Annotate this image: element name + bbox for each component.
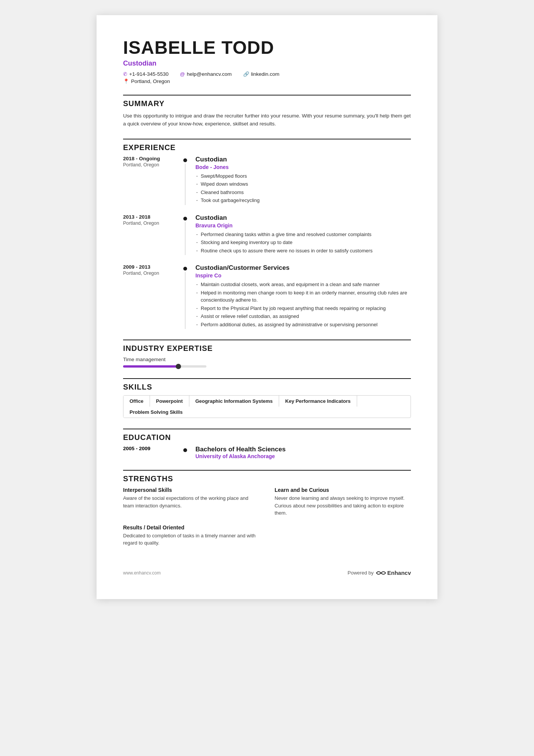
job-2-left: 2013 - 2018 Portland, Oregon [123,214,182,255]
bullet-item: Report to the Physical Plant by job requ… [195,305,411,312]
strength-3-text: Dedicated to completion of tasks in a ti… [123,532,259,547]
job-1-location: Portland, Oregon [123,162,182,167]
powered-by-text: Powered by [348,570,374,576]
bullet-item: Took out garbage/recycling [195,197,411,204]
enhancv-logo-icon [376,570,386,576]
edu-entry-1: 2005 - 2009 Bachelors of Health Sciences… [123,446,411,459]
enhancv-logo: Enhancv [376,570,411,576]
bullet-item: Cleaned bathrooms [195,189,411,196]
edu-1-left: 2005 - 2009 [123,446,182,459]
job-2-right: Custodian Bravura Origin Performed clean… [189,214,411,255]
bullet-item: Routine check ups to assure there were n… [195,247,411,255]
job-1-timeline [182,156,189,205]
brand-name: Enhancv [387,570,411,576]
education-divider [123,429,411,429]
job-3-dot [183,267,187,271]
job-2-location: Portland, Oregon [123,221,182,226]
expertise-slider-fill [123,365,177,368]
location-value: Portland, Oregon [131,78,170,84]
job-2-dot [183,217,187,221]
candidate-name: ISABELLE TODD [123,38,411,58]
strengths-grid: Interpersonal Skills Aware of the social… [123,487,411,547]
linkedin-icon: 🔗 [243,71,249,77]
job-2-timeline [182,214,189,255]
job-1-company: Bode - Jones [195,164,411,170]
job-3-date: 2009 - 2013 [123,264,182,270]
phone-contact: ✆ +1-914-345-5530 [123,71,169,77]
email-value: help@enhancv.com [187,71,232,77]
edu-1-date: 2005 - 2009 [123,446,182,451]
job-1-dot [183,158,187,162]
job-1-date: 2018 - Ongoing [123,156,182,161]
job-1-line [185,164,186,205]
skill-tag-gis: Geographic Information Systems [189,396,279,407]
edu-1-dot [183,448,187,452]
expertise-divider [123,340,411,340]
skills-title: SKILLS [123,383,411,391]
linkedin-value: linkedin.com [251,71,279,77]
phone-icon: ✆ [123,71,127,77]
strength-2-title: Learn and be Curious [275,487,411,493]
candidate-title: Custodian [123,59,411,67]
skills-divider [123,378,411,379]
job-3-timeline [182,264,189,329]
edu-1-right: Bachelors of Health Sciences University … [189,446,411,459]
bullet-item: Wiped down windows [195,180,411,188]
experience-title: EXPERIENCE [123,143,411,152]
bullet-item: Helped in monitoring men change room to … [195,289,411,304]
job-1-right: Custodian Bode - Jones Swept/Mopped floo… [189,156,411,205]
job-1-left: 2018 - Ongoing Portland, Oregon [123,156,182,205]
bullet-item: Assist or relieve relief custodian, as a… [195,313,411,320]
location-contact: 📍 Portland, Oregon [123,78,170,84]
bullet-item: Maintain custodial closets, work areas, … [195,281,411,288]
job-1-title: Custodian [195,156,411,163]
expertise-skill-label: Time management [123,357,411,362]
job-3-left: 2009 - 2013 Portland, Oregon [123,264,182,329]
location-row: 📍 Portland, Oregon [123,78,411,84]
header-section: ISABELLE TODD Custodian ✆ +1-914-345-553… [123,38,411,84]
job-entry-1: 2018 - Ongoing Portland, Oregon Custodia… [123,156,411,205]
email-icon: @ [180,71,185,77]
job-3-right: Custodian/Custormer Services Inspire Co … [189,264,411,329]
strengths-section: STRENGTHS Interpersonal Skills Aware of … [123,474,411,547]
edu-1-school: University of Alaska Anchorage [195,453,411,459]
job-2-date: 2013 - 2018 [123,214,182,220]
job-2-title: Custodian [195,214,411,222]
email-contact: @ help@enhancv.com [180,71,232,77]
summary-section: SUMMARY Use this opportunity to intrigue… [123,99,411,128]
edu-1-degree: Bachelors of Health Sciences [195,446,411,453]
bullet-item: Performed cleaning tasks within a give t… [195,231,411,238]
skills-section: SKILLS Office Powerpoint Geographic Info… [123,383,411,418]
job-3-title: Custodian/Custormer Services [195,264,411,272]
footer: www.enhancv.com Powered by Enhancv [123,570,411,576]
job-2-company: Bravura Origin [195,222,411,229]
skill-tag-powerpoint: Powerpoint [150,396,189,407]
job-2-bullets: Performed cleaning tasks within a give t… [195,231,411,255]
footer-branding: Powered by Enhancv [348,570,411,576]
strength-3-title: Results / Detail Oriented [123,524,259,531]
education-section: EDUCATION 2005 - 2009 Bachelors of Healt… [123,433,411,459]
summary-text: Use this opportunity to intrigue and dra… [123,112,411,128]
strengths-title: STRENGTHS [123,474,411,483]
contact-row: ✆ +1-914-345-5530 @ help@enhancv.com 🔗 l… [123,71,411,77]
bullet-item: Stocking and keeping inventory up to dat… [195,239,411,246]
strength-2-text: Never done learning and always seeking t… [275,495,411,517]
skills-tags-container: Office Powerpoint Geographic Information… [123,395,411,418]
strength-1: Interpersonal Skills Aware of the social… [123,487,259,517]
edu-1-timeline [182,446,189,459]
experience-divider [123,139,411,139]
job-3-line [185,272,186,329]
strength-1-text: Aware of the social expectations of the … [123,495,259,509]
linkedin-contact: 🔗 linkedin.com [243,71,279,77]
skill-tag-office: Office [123,396,150,407]
job-3-company: Inspire Co [195,272,411,279]
skill-tag-kpi: Key Performance Indicators [279,396,357,407]
expertise-title: INDUSTRY EXPERTISE [123,344,411,353]
expertise-section: INDUSTRY EXPERTISE Time management [123,344,411,368]
job-3-location: Portland, Oregon [123,271,182,276]
summary-title: SUMMARY [123,99,411,108]
job-entry-3: 2009 - 2013 Portland, Oregon Custodian/C… [123,264,411,329]
job-2-line [185,222,186,255]
expertise-slider-thumb [176,364,181,369]
job-entry-2: 2013 - 2018 Portland, Oregon Custodian B… [123,214,411,255]
